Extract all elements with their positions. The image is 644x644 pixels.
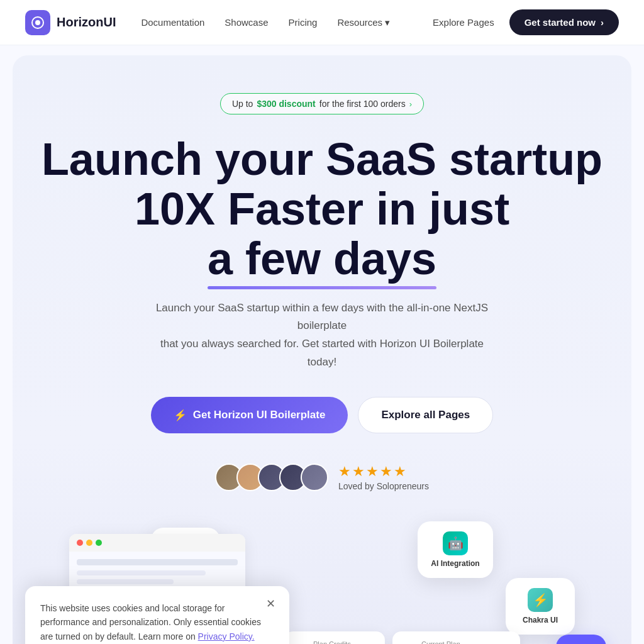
browser-dot-green (96, 540, 102, 546)
nav-pricing[interactable]: Pricing (289, 17, 318, 28)
avatar (301, 464, 328, 491)
ai-integration-card: 🤖 AI Integration (418, 521, 493, 578)
hero-buttons: ⚡ Get Horizon UI Boilerplate Explore all… (38, 397, 606, 433)
promo-text-after: for the first 100 orders (319, 99, 406, 109)
nav-showcase[interactable]: Showcase (225, 17, 268, 28)
get-boilerplate-button[interactable]: ⚡ Get Horizon UI Boilerplate (151, 397, 348, 433)
browser-dot-red (77, 540, 83, 546)
arrow-right-icon: › (601, 17, 604, 28)
nav-links: Documentation Showcase Pricing Resources… (141, 17, 433, 28)
nav-resources[interactable]: Resources ▾ (337, 17, 390, 28)
stripe-card: S Stripe (556, 635, 606, 644)
cookie-text: This website uses cookies and local stor… (40, 601, 274, 643)
get-started-button[interactable]: Get started now › (509, 9, 619, 35)
ai-icon: 🤖 (443, 531, 468, 555)
logo-icon (25, 10, 50, 35)
hero-section: Up to $300 discount for the first 100 or… (13, 55, 631, 644)
browser-toolbar (69, 534, 245, 552)
cookie-banner: ✕ This website uses cookies and local st… (25, 586, 289, 644)
hero-underline-text: a few days (208, 234, 436, 284)
logo-text: HorizonUI (57, 15, 116, 30)
logo[interactable]: HorizonUI (25, 10, 116, 35)
chart-area (355, 635, 480, 644)
bolt-icon: ⚡ (174, 409, 187, 422)
star-rating: ★★★★★ (338, 464, 429, 480)
nav-documentation[interactable]: Documentation (141, 17, 204, 28)
logo-svg (30, 15, 45, 30)
nav-right: Explore Pages Get started now › (433, 9, 619, 35)
navbar: HorizonUI Documentation Showcase Pricing… (0, 0, 644, 45)
chakra-ui-label: Chakra UI (523, 616, 558, 625)
promo-badge-inner: Up to $300 discount for the first 100 or… (220, 93, 424, 114)
chakra-ui-card: ⚡ Chakra UI (506, 578, 575, 635)
hero-title: Launch your SaaS startup 10X Faster in j… (38, 135, 606, 284)
promo-arrow-icon: › (409, 99, 412, 109)
avatar-group (215, 464, 328, 491)
social-proof: ★★★★★ Loved by Solopreneurs (38, 464, 606, 491)
chevron-down-icon: ▾ (385, 17, 390, 28)
hero-subtitle: Launch your SaaS startup within a few da… (146, 299, 498, 372)
svg-point-1 (35, 20, 40, 25)
ai-integration-label: AI Integration (431, 559, 479, 568)
promo-badge[interactable]: Up to $300 discount for the first 100 or… (38, 93, 606, 114)
cookie-close-button[interactable]: ✕ (262, 595, 279, 613)
promo-text-before: Up to (232, 99, 253, 109)
privacy-policy-link[interactable]: Privacy Policy. (198, 631, 255, 641)
nav-explore-pages[interactable]: Explore Pages (433, 17, 494, 28)
review-info: ★★★★★ Loved by Solopreneurs (338, 464, 429, 491)
chakra-icon: ⚡ (528, 588, 553, 612)
browser-dot-yellow (86, 540, 92, 546)
review-text: Loved by Solopreneurs (338, 481, 429, 491)
chart-svg (355, 635, 480, 644)
promo-highlight: $300 discount (257, 99, 315, 109)
explore-pages-button[interactable]: Explore all Pages (358, 397, 493, 433)
